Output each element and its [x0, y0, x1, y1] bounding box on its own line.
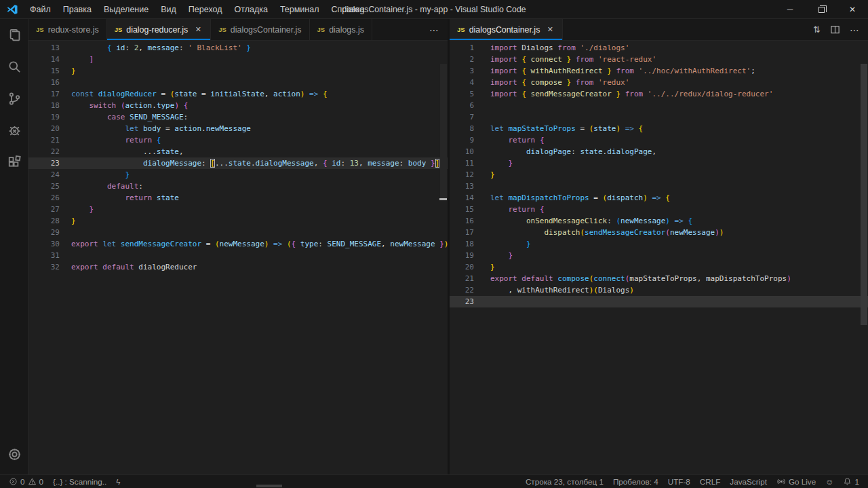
menu-2[interactable]: Выделение: [98, 0, 155, 19]
line-number[interactable]: 23: [450, 296, 474, 307]
code-text[interactable]: , withAuthRedirect)(Dialogs): [474, 284, 634, 296]
code-text[interactable]: [474, 100, 490, 111]
code-text[interactable]: }: [60, 169, 130, 181]
line-number[interactable]: 20: [450, 261, 474, 273]
code-token[interactable]: }: [509, 251, 513, 260]
code-token[interactable]: [71, 159, 143, 168]
code-token[interactable]: [634, 124, 639, 133]
code-token[interactable]: }: [71, 217, 76, 225]
cursor-position[interactable]: Строка 23, столбец 1: [521, 477, 608, 486]
code-line[interactable]: 18 switch (action.type) {: [28, 100, 448, 111]
code-token[interactable]: SEND_MESSAGE: [125, 113, 183, 121]
code-token[interactable]: {: [540, 205, 545, 214]
code-token[interactable]: export: [71, 263, 98, 271]
code-token[interactable]: ]: [435, 159, 440, 168]
code-token[interactable]: ): [715, 228, 719, 237]
explorer-icon[interactable]: [0, 19, 28, 51]
feedback-smiley[interactable]: ☺: [821, 477, 838, 487]
code-token[interactable]: newMessage: [620, 217, 665, 225]
code-token[interactable]: import: [490, 43, 517, 52]
code-line[interactable]: 16: [28, 77, 448, 88]
line-number[interactable]: 16: [450, 215, 474, 227]
code-token[interactable]: ' BlackList': [184, 43, 242, 52]
code-token[interactable]: './dialogs': [576, 43, 629, 52]
code-token[interactable]: 'redux': [593, 78, 629, 87]
code-token[interactable]: mapStateToProps: [629, 274, 696, 283]
code-token[interactable]: }: [562, 78, 571, 87]
code-text[interactable]: }: [474, 157, 513, 169]
line-number[interactable]: 14: [450, 192, 474, 204]
code-text[interactable]: }: [474, 169, 495, 181]
tab-dialogsContainer.js[interactable]: JSdialogsContainer.js: [211, 19, 309, 40]
code-token[interactable]: [318, 90, 323, 98]
code-token[interactable]: [620, 124, 625, 133]
line-number[interactable]: 6: [450, 100, 474, 111]
code-line[interactable]: 25 default:: [28, 181, 448, 192]
code-editor-dialog-reducer[interactable]: 13 { id: 2, message: ' BlackList' }14 ]1…: [28, 41, 448, 474]
code-line[interactable]: 22 , withAuthRedirect)(Dialogs): [450, 284, 868, 296]
code-token[interactable]: import: [490, 78, 517, 87]
code-token[interactable]: action: [125, 101, 153, 110]
code-token[interactable]: ...: [215, 159, 229, 168]
code-line[interactable]: 7: [450, 111, 868, 123]
code-line[interactable]: 15 return {: [450, 204, 868, 215]
code-line[interactable]: 2import { connect } from 'react-redux': [450, 54, 868, 65]
code-text[interactable]: let mapDispatchToProps = (dispatch) => {: [474, 192, 670, 204]
code-token[interactable]: [: [210, 159, 215, 168]
code-token[interactable]: [71, 113, 107, 121]
line-number[interactable]: 8: [450, 123, 474, 134]
code-token[interactable]: {: [521, 67, 526, 75]
code-line[interactable]: 4import { compose } from 'redux': [450, 77, 868, 88]
line-number[interactable]: 1: [450, 42, 474, 54]
indentation[interactable]: Пробелов: 4: [608, 477, 663, 486]
code-text[interactable]: [474, 111, 490, 123]
settings-gear-icon[interactable]: [0, 438, 28, 470]
code-token[interactable]: [490, 147, 526, 156]
code-token[interactable]: {: [639, 124, 644, 133]
line-number[interactable]: 9: [450, 134, 474, 146]
line-number[interactable]: 28: [28, 215, 60, 227]
code-token[interactable]: from: [553, 43, 576, 52]
code-token[interactable]: body: [138, 124, 161, 133]
code-line[interactable]: 8let mapStateToProps = (state) => {: [450, 123, 868, 134]
code-line[interactable]: 27 }: [28, 204, 448, 215]
restore-button[interactable]: [806, 0, 837, 19]
code-token[interactable]: ...: [143, 147, 157, 156]
code-text[interactable]: }: [474, 238, 531, 250]
code-token[interactable]: [490, 205, 509, 214]
code-token[interactable]: [71, 170, 125, 179]
code-token[interactable]: dialogMessage: [143, 159, 201, 168]
code-token[interactable]: newMessage: [220, 240, 264, 248]
code-token[interactable]: =: [201, 240, 215, 248]
code-token[interactable]: default: [98, 263, 134, 271]
code-token[interactable]: ): [719, 228, 724, 237]
code-text[interactable]: let mapStateToProps = (state) => {: [474, 123, 643, 134]
line-number[interactable]: 20: [28, 123, 60, 134]
line-number[interactable]: 23: [28, 157, 60, 169]
menu-0[interactable]: Файл: [24, 0, 57, 19]
code-token[interactable]: {: [665, 193, 670, 202]
code-text[interactable]: dispatch(sendMessageCreator(newMessage)): [474, 227, 724, 238]
scrollbar-thumb[interactable]: [440, 64, 447, 198]
code-token[interactable]: [71, 124, 125, 133]
code-text[interactable]: ...state,: [60, 146, 184, 157]
code-token[interactable]: const: [71, 90, 94, 98]
line-number[interactable]: 25: [28, 181, 60, 192]
code-token[interactable]: ,: [697, 274, 706, 283]
code-token[interactable]: {: [521, 90, 526, 98]
menu-4[interactable]: Переход: [182, 0, 229, 19]
code-token[interactable]: }: [509, 159, 513, 168]
code-token[interactable]: {: [107, 43, 112, 52]
code-token[interactable]: [490, 286, 509, 295]
code-token[interactable]: default: [107, 182, 138, 191]
code-text[interactable]: const dialogReducer = (state = initialSt…: [60, 88, 328, 100]
code-token[interactable]: {: [323, 90, 328, 98]
code-token[interactable]: newMessage: [670, 228, 715, 237]
code-token[interactable]: [282, 240, 287, 248]
menu-6[interactable]: Терминал: [274, 0, 326, 19]
code-token[interactable]: sendMessageCreator: [116, 240, 201, 248]
code-line[interactable]: 23 dialogMessage: [...state.dialogMessag…: [28, 157, 448, 169]
line-number[interactable]: 10: [450, 146, 474, 157]
go-live-button[interactable]: Go Live: [772, 477, 821, 486]
code-token[interactable]: [152, 136, 157, 145]
